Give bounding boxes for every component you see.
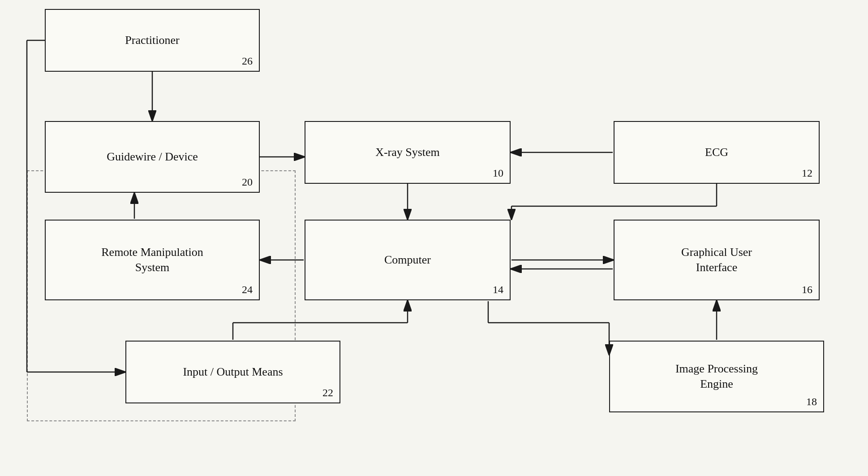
computer-num: 14: [493, 284, 507, 298]
xray-label: X-ray System: [375, 145, 440, 160]
xray-box: X-ray System 10: [305, 121, 511, 184]
guidewire-label: Guidewire / Device: [107, 149, 198, 164]
io-num: 22: [322, 387, 337, 401]
gui-label: Graphical User Interface: [681, 245, 752, 275]
ecg-box: ECG 12: [614, 121, 820, 184]
guidewire-box: Guidewire / Device 20: [45, 121, 260, 193]
gui-num: 16: [802, 284, 816, 298]
computer-label: Computer: [384, 252, 431, 268]
io-box: Input / Output Means 22: [125, 341, 340, 403]
ipe-label: Image Processing Engine: [675, 361, 758, 392]
rms-label: Remote Manipulation System: [101, 245, 203, 275]
computer-box: Computer 14: [305, 220, 511, 300]
io-label: Input / Output Means: [183, 364, 283, 380]
ecg-num: 12: [802, 167, 816, 181]
guidewire-num: 20: [242, 176, 256, 190]
xray-num: 10: [493, 167, 507, 181]
ipe-box: Image Processing Engine 18: [609, 341, 824, 412]
practitioner-label: Practitioner: [125, 33, 179, 48]
diagram: Practitioner 26 Guidewire / Device 20 X-…: [0, 0, 868, 476]
practitioner-num: 26: [242, 55, 256, 69]
gui-box: Graphical User Interface 16: [614, 220, 820, 300]
practitioner-box: Practitioner 26: [45, 9, 260, 72]
rms-num: 24: [242, 284, 256, 298]
rms-box: Remote Manipulation System 24: [45, 220, 260, 300]
ecg-label: ECG: [705, 145, 728, 160]
ipe-num: 18: [806, 396, 821, 410]
